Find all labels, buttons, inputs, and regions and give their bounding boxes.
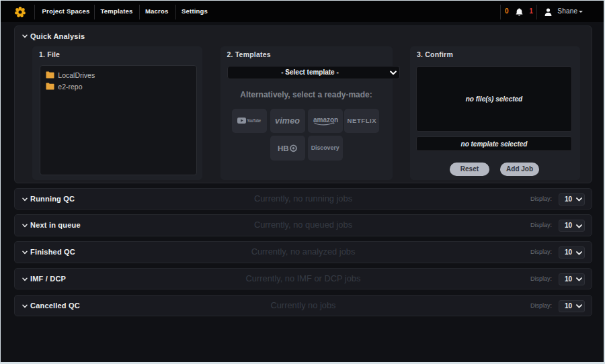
svg-text:HB: HB — [278, 144, 289, 152]
svg-text:YouTube: YouTube — [247, 119, 261, 124]
svg-text:amazon: amazon — [313, 116, 338, 123]
